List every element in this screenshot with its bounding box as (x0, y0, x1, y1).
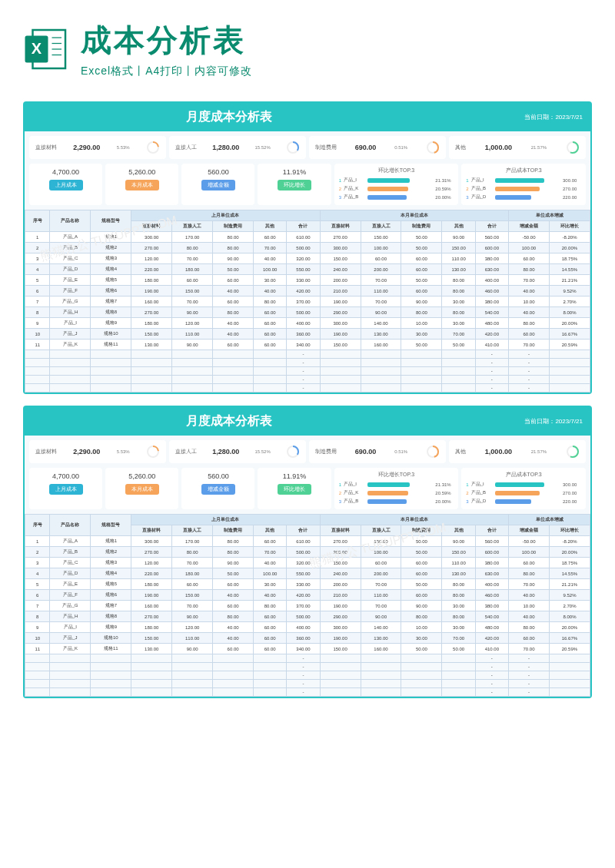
excel-icon: X (23, 26, 69, 72)
table-row: 8产品_H规格8270.0090.0080.0060.00500.00290.0… (25, 611, 590, 622)
table-row: 11产品_K规格11130.0090.0060.0060.00340.00150… (25, 644, 590, 654)
cost-table: 序号产品名称规格型号上月单位成本本月单位成本单位成本增减 直接材料直接人工制造费… (25, 514, 590, 697)
kpi-card: 其他1,000.0021.57% (449, 440, 586, 463)
sheet-title: 月度成本分析表 (186, 413, 272, 429)
kpi-card: 制造费用690.000.51% (309, 440, 446, 463)
dash-card: 560.00增减金额 (181, 468, 254, 509)
sheet: 月度成本分析表当前日期：2023/7/21 直接材料2,290.005.53%直… (23, 406, 592, 698)
table-row: --- (25, 359, 590, 367)
table-row: 4产品_D规格4220.00180.0050.00100.00550.00240… (25, 264, 590, 275)
chart-box: 产品成本TOP.31产品_I300.002产品_B270.003产品_D220.… (461, 468, 586, 509)
table-row: --- (25, 663, 590, 671)
dash-card: 11.91%环比增长 (258, 164, 331, 205)
table-row: --- (25, 367, 590, 376)
cost-table: 序号产品名称规格型号上月单位成本本月单位成本单位成本增减 直接材料直接人工制造费… (25, 210, 590, 393)
chart-box: 环比增长TOP.31产品_I21.31%2产品_K20.59%3产品_B20.0… (334, 164, 459, 205)
table-row: 3产品_C规格3120.0070.0090.0040.00320.00150.0… (25, 253, 590, 264)
kpi-card: 直接人工1,280.0015.52% (169, 440, 306, 463)
dash-card: 5,260.00本月成本 (105, 164, 178, 205)
table-row: 7产品_G规格7160.0070.0060.0080.00370.00190.0… (25, 297, 590, 307)
table-row: 9产品_I规格9180.00120.0040.0060.00400.00300.… (25, 318, 590, 329)
dash-card: 11.91%环比增长 (258, 468, 331, 509)
table-row: 8产品_H规格8270.0090.0080.0060.00500.00290.0… (25, 307, 590, 318)
table-row: 6产品_F规格6190.00150.0040.0040.00420.00210.… (25, 590, 590, 601)
table-row: --- (25, 671, 590, 680)
kpi-card: 制造费用690.000.51% (309, 136, 446, 159)
table-row: --- (25, 350, 590, 359)
dash-card: 4,700.00上月成本 (29, 468, 102, 509)
kpi-card: 其他1,000.0021.57% (449, 136, 586, 159)
table-row: 5产品_E规格5180.0060.0060.0030.00330.00200.0… (25, 579, 590, 590)
table-row: 1产品_A规格1300.00170.0080.0060.00610.00270.… (25, 232, 590, 243)
table-row: 9产品_I规格9180.00120.0040.0060.00400.00300.… (25, 622, 590, 633)
sheet-date: 当前日期：2023/7/21 (524, 417, 583, 426)
table-row: 4产品_D规格4220.00180.0050.00100.00550.00240… (25, 568, 590, 579)
table-row: 10产品_J规格10150.00110.0040.0060.00360.0019… (25, 329, 590, 340)
chart-box: 产品成本TOP.31产品_I300.002产品_B270.003产品_D220.… (461, 164, 586, 205)
table-row: --- (25, 688, 590, 697)
dash-card: 5,260.00本月成本 (105, 468, 178, 509)
table-row: 3产品_C规格3120.0070.0090.0040.00320.00150.0… (25, 558, 590, 568)
sheet-date: 当前日期：2023/7/21 (524, 113, 583, 121)
kpi-card: 直接人工1,280.0015.52% (169, 136, 306, 159)
table-row: --- (25, 384, 590, 393)
sheet-title: 月度成本分析表 (186, 109, 272, 125)
table-row: 11产品_K规格11130.0090.0060.0060.00340.00150… (25, 340, 590, 350)
svg-text:X: X (32, 40, 42, 57)
sheet: 月度成本分析表当前日期：2023/7/21 直接材料2,290.005.53%直… (23, 101, 592, 394)
table-row: 7产品_G规格7160.0070.0060.0080.00370.00190.0… (25, 601, 590, 611)
chart-box: 环比增长TOP.31产品_I21.31%2产品_K20.59%3产品_B20.0… (334, 468, 459, 509)
page-header: X 成本分析表 Excel格式丨A4打印丨内容可修改 (0, 0, 615, 90)
dash-card: 4,700.00上月成本 (29, 164, 102, 205)
table-row: 10产品_J规格10150.00110.0040.0060.00360.0019… (25, 633, 590, 644)
table-row: --- (25, 376, 590, 384)
table-row: 2产品_B规格2270.0080.0080.0070.00500.00300.0… (25, 243, 590, 253)
table-row: 1产品_A规格1300.00170.0080.0060.00610.00270.… (25, 536, 590, 547)
table-row: 2产品_B规格2270.0080.0080.0070.00500.00300.0… (25, 547, 590, 558)
table-row: --- (25, 680, 590, 688)
table-row: --- (25, 654, 590, 663)
table-row: 6产品_F规格6190.00150.0040.0040.00420.00210.… (25, 286, 590, 297)
dash-card: 560.00增减金额 (181, 164, 254, 205)
main-title: 成本分析表 (81, 19, 592, 61)
kpi-card: 直接材料2,290.005.53% (29, 440, 166, 463)
table-row: 5产品_E规格5180.0060.0060.0030.00330.00200.0… (25, 275, 590, 286)
kpi-card: 直接材料2,290.005.53% (29, 136, 166, 159)
subtitle: Excel格式丨A4打印丨内容可修改 (81, 65, 592, 78)
